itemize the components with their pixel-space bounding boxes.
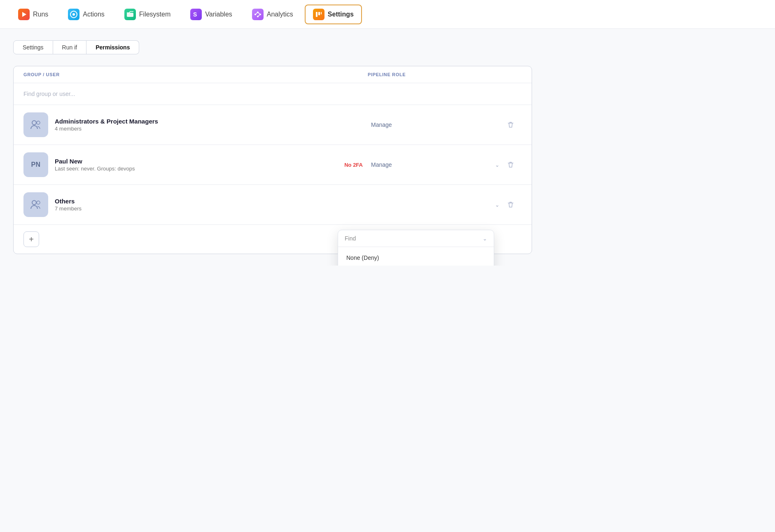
avatar-admin-pm (23, 112, 48, 137)
tab-settings[interactable]: Settings (13, 40, 53, 54)
tabs-bar: Settings Run if Permissions (13, 40, 530, 54)
role-text-admin-pm: Manage (371, 121, 392, 128)
user-meta-admin-pm: 4 members (55, 126, 368, 132)
svg-rect-13 (321, 12, 322, 14)
nav-item-filesystem[interactable]: Filesystem (116, 5, 179, 24)
add-permission-button[interactable]: + (23, 231, 39, 247)
nav-item-analytics[interactable]: Analytics (244, 5, 301, 24)
avatar-initials-paul-new: PN (31, 161, 41, 168)
nav-item-variables[interactable]: S Variables (182, 5, 240, 24)
svg-point-16 (32, 201, 36, 205)
delete-button-others[interactable] (500, 201, 522, 208)
role-cell-admin-pm: Manage (368, 121, 500, 128)
search-group-user-input[interactable] (23, 91, 163, 97)
top-navigation: Runs Actions Filesystem (0, 0, 775, 29)
analytics-icon (252, 9, 264, 20)
role-dropdown-paul-new[interactable]: Manage ⌄ (371, 161, 500, 168)
nav-item-runs[interactable]: Runs (10, 5, 56, 24)
svg-line-8 (256, 13, 257, 14)
user-meta-others: 7 members (55, 205, 368, 212)
table-row: Administrators & Project Managers 4 memb… (14, 105, 532, 145)
delete-button-admin-pm[interactable] (500, 121, 522, 128)
role-cell-paul-new[interactable]: Manage ⌄ (368, 161, 500, 168)
search-row (14, 83, 532, 105)
dropdown-search-row: Find ⌄ (338, 230, 494, 247)
table-row: Others 7 members ⌄ (14, 185, 532, 225)
user-name-paul-new: Paul New (55, 158, 338, 165)
dropdown-item-none-deny[interactable]: None (Deny) (338, 250, 494, 266)
nav-actions-label: Actions (83, 11, 104, 18)
permissions-table: GROUP / USER PIPELINE ROLE (13, 66, 532, 254)
user-name-admin-pm: Administrators & Project Managers (55, 118, 368, 125)
role-text-paul-new: Manage (371, 161, 493, 168)
user-info-others: Others 7 members (55, 198, 368, 212)
settings-icon (313, 9, 324, 20)
table-header: GROUP / USER PIPELINE ROLE (14, 66, 532, 83)
svg-point-1 (72, 13, 75, 16)
runs-icon (18, 9, 30, 20)
role-dropdown-others[interactable]: ⌄ (371, 202, 500, 208)
user-meta-paul-new: Last seen: never. Groups: devops (55, 166, 338, 172)
user-cell-admin-pm: Administrators & Project Managers 4 memb… (23, 112, 368, 137)
nav-item-settings[interactable]: Settings (305, 5, 362, 24)
dropdown-find-text: Find (345, 235, 356, 242)
user-info-admin-pm: Administrators & Project Managers 4 memb… (55, 118, 368, 132)
no-2fa-badge: No 2FA (344, 162, 363, 168)
group-icon (29, 118, 42, 131)
avatar-others (23, 192, 48, 217)
dropdown-items: None (Deny) Project role View-only Run-o… (338, 247, 494, 266)
svg-text:S: S (193, 11, 197, 18)
nav-variables-label: Variables (205, 11, 232, 18)
col-header-group-user: GROUP / USER (23, 72, 368, 77)
col-header-pipeline-role: PIPELINE ROLE (368, 72, 500, 77)
svg-point-15 (37, 121, 40, 124)
chevron-down-icon-others: ⌄ (495, 202, 500, 208)
user-cell-others: Others 7 members (23, 192, 368, 217)
svg-line-10 (259, 15, 259, 16)
dropdown-chevron-icon: ⌄ (483, 236, 487, 242)
nav-runs-label: Runs (33, 11, 48, 18)
nav-analytics-label: Analytics (267, 11, 293, 18)
svg-rect-11 (316, 12, 317, 17)
delete-button-paul-new[interactable] (500, 161, 522, 168)
svg-point-14 (32, 121, 36, 125)
user-cell-paul-new: PN Paul New Last seen: never. Groups: de… (23, 152, 368, 177)
tab-permissions[interactable]: Permissions (86, 40, 139, 54)
actions-icon (68, 9, 79, 20)
nav-filesystem-label: Filesystem (139, 11, 170, 18)
nav-settings-label: Settings (328, 11, 354, 18)
role-cell-others[interactable]: ⌄ (368, 202, 500, 208)
variables-icon: S (190, 9, 202, 20)
svg-rect-2 (127, 13, 133, 17)
col-header-actions (500, 72, 522, 77)
role-dropdown-popup: Find ⌄ None (Deny) Project role View-onl… (338, 230, 494, 266)
filesystem-icon (124, 9, 136, 20)
svg-rect-12 (318, 12, 320, 15)
svg-line-9 (259, 13, 259, 14)
user-name-others: Others (55, 198, 368, 205)
table-row: PN Paul New Last seen: never. Groups: de… (14, 145, 532, 185)
tab-runif[interactable]: Run if (53, 40, 87, 54)
others-group-icon (29, 198, 42, 211)
chevron-down-icon: ⌄ (495, 162, 500, 168)
nav-item-actions[interactable]: Actions (60, 5, 112, 24)
svg-point-17 (37, 201, 40, 204)
user-info-paul-new: Paul New Last seen: never. Groups: devop… (55, 158, 338, 172)
avatar-paul-new: PN (23, 152, 48, 177)
